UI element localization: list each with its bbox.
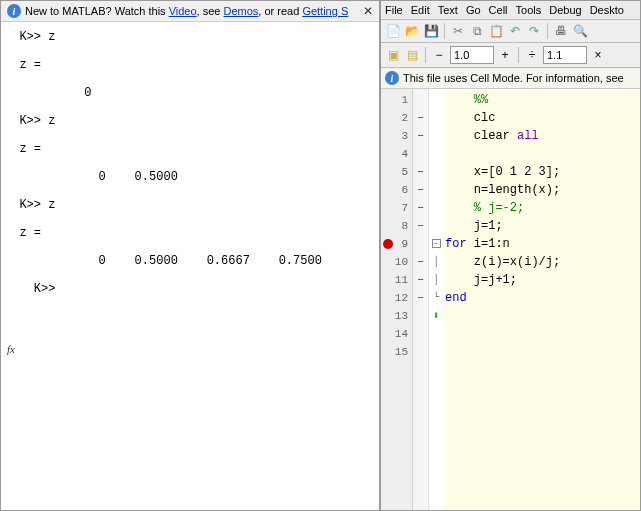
toolbar-separator	[444, 23, 445, 39]
menu-edit[interactable]: Edit	[411, 4, 430, 16]
code-line: %%	[445, 91, 640, 109]
menu-cell[interactable]: Cell	[489, 4, 508, 16]
code-line: j=1;	[445, 217, 640, 235]
editor-pane: File Edit Text Go Cell Tools Debug Deskt…	[380, 0, 641, 511]
line-number: 6	[381, 181, 412, 199]
line-number[interactable]: 9	[381, 235, 412, 253]
cell-toolbar: ▣ ▤ − + ÷ ×	[381, 43, 640, 68]
exec-mark: –	[413, 181, 428, 199]
exec-mark: –	[413, 199, 428, 217]
print-icon[interactable]: 🖶	[553, 23, 569, 39]
code-line: x=[0 1 2 3];	[445, 163, 640, 181]
info-prefix: New to MATLAB? Watch this	[25, 5, 169, 17]
copy-icon[interactable]: ⧉	[469, 23, 485, 39]
cut-icon[interactable]: ✂	[450, 23, 466, 39]
demos-link[interactable]: Demos	[224, 5, 259, 17]
line-number: 3	[381, 127, 412, 145]
fold-guide: │	[429, 253, 443, 271]
fold-toggle[interactable]: −	[429, 235, 443, 253]
code-area[interactable]: %% clc clear all x=[0 1 2 3]; n=length(x…	[443, 89, 640, 510]
exec-mark	[413, 307, 428, 325]
code-line: for i=1:n	[445, 235, 640, 253]
line-number: 7	[381, 199, 412, 217]
exec-mark	[413, 343, 428, 361]
line-number: 12	[381, 289, 412, 307]
main-toolbar: 📄 📂 💾 ✂ ⧉ 📋 ↶ ↷ 🖶 🔍	[381, 20, 640, 43]
new-file-icon[interactable]: 📄	[385, 23, 401, 39]
menu-file[interactable]: File	[385, 4, 403, 16]
getting-started-link[interactable]: Getting S	[302, 5, 348, 17]
exec-mark	[413, 235, 428, 253]
line-number: 2	[381, 109, 412, 127]
menu-bar: File Edit Text Go Cell Tools Debug Deskt…	[381, 1, 640, 20]
info-icon: i	[7, 4, 21, 18]
code-line: % j=-2;	[445, 199, 640, 217]
line-number: 10	[381, 253, 412, 271]
divide-icon[interactable]: ÷	[524, 47, 540, 63]
code-line: clear all	[445, 127, 640, 145]
code-line: n=length(x);	[445, 181, 640, 199]
menu-desktop[interactable]: Deskto	[590, 4, 624, 16]
breakpoint-icon[interactable]	[383, 239, 393, 249]
menu-go[interactable]: Go	[466, 4, 481, 16]
multiply-value-input[interactable]	[543, 46, 587, 64]
code-fold-column: − │ │ └ ⬇	[429, 89, 443, 510]
exec-mark: –	[413, 127, 428, 145]
menu-debug[interactable]: Debug	[549, 4, 581, 16]
video-link[interactable]: Video	[169, 5, 197, 17]
cell-mode-info-bar: i This file uses Cell Mode. For informat…	[381, 68, 640, 89]
exec-mark: –	[413, 253, 428, 271]
fold-end: └	[429, 289, 443, 307]
toolbar-separator	[547, 23, 548, 39]
open-icon[interactable]: 📂	[404, 23, 420, 39]
close-icon[interactable]: ✕	[363, 4, 373, 18]
executable-mark-column: – – – – – – – – –	[413, 89, 429, 510]
command-output: K>> z z = 0 K>> z z = 0 0.5000 K>> z z =…	[5, 30, 322, 296]
code-line	[445, 307, 640, 325]
line-number: 14	[381, 325, 412, 343]
code-editor[interactable]: 1 2 3 4 5 6 7 8 9 10 11 12 13 14 15 – –	[381, 89, 640, 510]
exec-mark	[413, 91, 428, 109]
increment-value-input[interactable]	[450, 46, 494, 64]
exec-mark: –	[413, 163, 428, 181]
line-number: 1	[381, 91, 412, 109]
command-window[interactable]: K>> z z = 0 K>> z z = 0 0.5000 K>> z z =…	[1, 22, 379, 510]
line-number: 8	[381, 217, 412, 235]
line-number: 5	[381, 163, 412, 181]
menu-tools[interactable]: Tools	[516, 4, 542, 16]
redo-icon[interactable]: ↷	[526, 23, 542, 39]
increment-icon[interactable]: +	[497, 47, 513, 63]
line-number: 13	[381, 307, 412, 325]
code-line: end	[445, 289, 640, 307]
cell-info-text: This file uses Cell Mode. For informatio…	[403, 72, 624, 84]
exec-mark: –	[413, 289, 428, 307]
paste-icon[interactable]: 📋	[488, 23, 504, 39]
code-line: clc	[445, 109, 640, 127]
code-line	[445, 325, 640, 343]
toolbar-separator	[518, 47, 519, 63]
line-number: 15	[381, 343, 412, 361]
command-window-pane: i New to MATLAB? Watch this Video, see D…	[0, 0, 380, 511]
line-number: 4	[381, 145, 412, 163]
run-cell-icon[interactable]: ▣	[385, 47, 401, 63]
exec-mark: –	[413, 217, 428, 235]
undo-icon[interactable]: ↶	[507, 23, 523, 39]
exec-mark: –	[413, 109, 428, 127]
multiply-icon[interactable]: ×	[590, 47, 606, 63]
find-icon[interactable]: 🔍	[572, 23, 588, 39]
left-info-bar: i New to MATLAB? Watch this Video, see D…	[1, 1, 379, 22]
exec-mark	[413, 145, 428, 163]
step-arrow-icon: ⬇	[429, 307, 443, 325]
info-sep1: , see	[197, 5, 224, 17]
code-line: z(i)=x(i)/j;	[445, 253, 640, 271]
exec-mark	[413, 325, 428, 343]
run-cell-advance-icon[interactable]: ▤	[404, 47, 420, 63]
info-icon: i	[385, 71, 399, 85]
fx-icon[interactable]: fx	[7, 343, 15, 355]
info-sep2: , or read	[258, 5, 302, 17]
menu-text[interactable]: Text	[438, 4, 458, 16]
fold-guide: │	[429, 271, 443, 289]
save-icon[interactable]: 💾	[423, 23, 439, 39]
decrement-icon[interactable]: −	[431, 47, 447, 63]
toolbar-separator	[425, 47, 426, 63]
